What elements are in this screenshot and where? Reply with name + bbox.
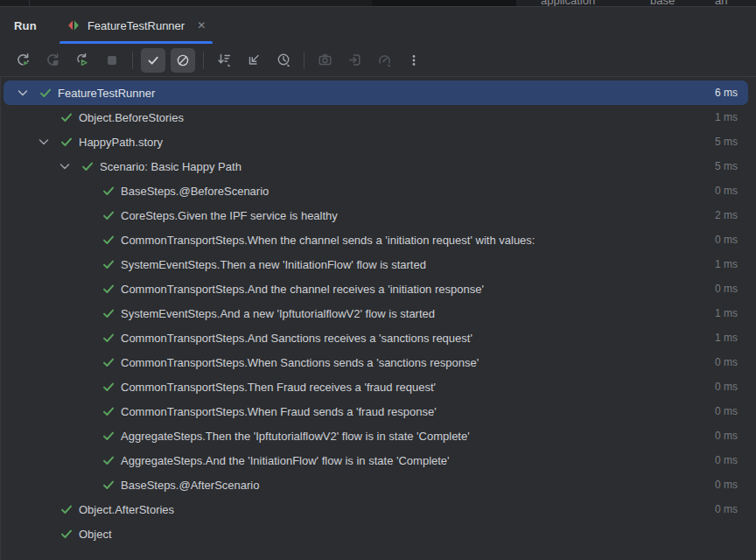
test-duration: 1 ms — [715, 111, 738, 123]
test-tree-row[interactable]: Scenario: Basic Happy Path 5 ms — [4, 154, 748, 178]
run-tool-window-header: Run FeatureTestRunner ✕ — [0, 7, 756, 44]
editor-strip-left — [0, 0, 372, 7]
chevron-placeholder — [79, 306, 93, 320]
story-test-icon — [66, 18, 80, 32]
test-tree-row[interactable]: CoreSteps.Given the IPF service is healt… — [4, 203, 748, 228]
test-passed-icon — [60, 502, 74, 516]
test-passed-icon — [60, 135, 74, 149]
breadcrumb[interactable]: an — [715, 0, 727, 7]
test-tree-row[interactable]: CommonTransportSteps.When the channel se… — [4, 228, 748, 252]
show-duration-button[interactable] — [271, 48, 296, 73]
clock-icon — [276, 52, 291, 67]
test-name: HappyPath.story — [79, 136, 163, 149]
test-tree-row[interactable]: Object.AfterStories 0 ms — [4, 497, 748, 522]
test-duration: 5 ms — [715, 136, 738, 148]
indent-spacer — [4, 313, 79, 314]
test-duration: 0 ms — [715, 356, 738, 368]
show-passed-toggle[interactable] — [141, 48, 165, 73]
import-into-editor-button — [342, 48, 367, 73]
chevron-placeholder — [37, 527, 51, 541]
test-tree-row[interactable]: BaseSteps.@AfterScenario 0 ms — [4, 472, 748, 497]
chevron-placeholder — [79, 257, 93, 271]
test-name: FeatureTestRunner — [58, 87, 155, 100]
test-name: CommonTransportSteps.When Sanctions send… — [121, 356, 479, 369]
chevron-placeholder — [79, 355, 93, 369]
indent-spacer — [4, 215, 79, 216]
chevron-down-icon[interactable] — [58, 159, 72, 173]
chevron-placeholder — [79, 404, 93, 418]
test-tree-row[interactable]: AggregateSteps.Then the 'Ipftutorialflow… — [4, 424, 748, 448]
test-name: BaseSteps.@BeforeScenario — [121, 185, 269, 198]
test-runner-toolbar — [0, 44, 756, 77]
tab-featuretestrunner[interactable]: FeatureTestRunner ✕ — [54, 7, 218, 44]
test-tree-row[interactable]: CommonTransportSteps.And Sanctions recei… — [4, 326, 748, 350]
test-tree-row[interactable]: CommonTransportSteps.And the channel rec… — [4, 276, 748, 301]
test-passed-icon — [102, 404, 116, 418]
test-passed-icon — [102, 355, 116, 369]
chevron-down-icon[interactable] — [16, 86, 30, 100]
kebab-menu-icon — [407, 53, 421, 67]
test-name: CommonTransportSteps.And the channel rec… — [121, 283, 484, 296]
indent-spacer — [4, 509, 37, 510]
test-name: CommonTransportSteps.And Sanctions recei… — [121, 332, 472, 345]
show-ignored-toggle[interactable] — [171, 48, 195, 73]
toolbar-separator — [304, 52, 304, 69]
indent-spacer — [4, 240, 79, 241]
auto-test-icon — [75, 52, 90, 67]
test-duration: 1 ms — [715, 332, 738, 344]
test-passed-icon — [102, 429, 116, 443]
test-tree-row[interactable]: CommonTransportSteps.When Fraud sends a … — [4, 399, 748, 424]
test-tree-row[interactable]: CommonTransportSteps.Then Fraud receives… — [4, 374, 748, 399]
test-tree-row[interactable]: CommonTransportSteps.When Sanctions send… — [4, 350, 748, 374]
test-tree-row[interactable]: HappyPath.story 5 ms — [4, 130, 748, 154]
close-icon[interactable]: ✕ — [197, 20, 206, 31]
indent-spacer — [4, 289, 79, 290]
test-name: CommonTransportSteps.When the channel se… — [121, 234, 535, 247]
circle-slash-icon — [176, 53, 190, 67]
test-duration: 2 ms — [715, 209, 738, 221]
test-tree-row[interactable]: FeatureTestRunner 6 ms — [4, 80, 748, 105]
test-passed-icon — [80, 159, 94, 173]
editor-bottom-strip: application base an — [0, 0, 756, 7]
test-duration: 1 ms — [715, 258, 738, 270]
indent-spacer — [4, 264, 79, 265]
more-options-button[interactable] — [402, 48, 426, 73]
test-duration: 0 ms — [715, 381, 738, 393]
arrow-bottom-left-icon — [247, 52, 262, 67]
breadcrumb[interactable]: application — [541, 0, 595, 7]
sort-options-button[interactable] — [212, 48, 236, 73]
test-name: AggregateSteps.Then the 'Ipftutorialflow… — [121, 430, 470, 443]
chevron-down-icon[interactable] — [37, 135, 51, 149]
test-passed-icon — [102, 282, 116, 296]
test-passed-icon — [102, 453, 116, 467]
test-name: SystemEventSteps.And a new 'Ipftutorialf… — [121, 307, 435, 320]
indent-spacer — [4, 534, 37, 535]
test-passed-icon — [102, 233, 116, 247]
active-tab-underline — [60, 41, 213, 44]
sort-icon — [217, 52, 232, 67]
test-name: Object — [79, 528, 112, 541]
navigate-bottom-left-button[interactable] — [242, 48, 266, 73]
test-duration: 0 ms — [715, 185, 738, 197]
test-tree-row[interactable]: AggregateSteps.And the 'InitiationFlow' … — [4, 448, 748, 472]
test-name: BaseSteps.@AfterScenario — [121, 479, 259, 492]
test-name: AggregateSteps.And the 'InitiationFlow' … — [121, 454, 450, 467]
test-tree-row[interactable]: Object.BeforeStories 1 ms — [4, 105, 748, 130]
test-duration: 0 ms — [715, 479, 738, 491]
test-passed-icon — [102, 208, 116, 222]
chevron-placeholder — [79, 233, 93, 247]
rerun-button[interactable] — [10, 48, 35, 73]
test-name: SystemEventSteps.Then a new 'InitiationF… — [121, 258, 426, 271]
test-tree-row[interactable]: Object — [4, 522, 748, 546]
toggle-auto-test-button[interactable] — [70, 48, 94, 73]
test-passed-icon — [102, 257, 116, 271]
test-tree-row[interactable]: BaseSteps.@BeforeScenario 0 ms — [4, 178, 748, 203]
breadcrumb[interactable]: base — [650, 0, 675, 7]
chevron-placeholder — [79, 453, 93, 467]
test-tree-row[interactable]: SystemEventSteps.And a new 'Ipftutorialf… — [4, 301, 748, 326]
chevron-placeholder — [79, 208, 93, 222]
chevron-placeholder — [37, 110, 51, 124]
test-tree-row[interactable]: SystemEventSteps.Then a new 'InitiationF… — [4, 252, 748, 276]
test-passed-icon — [38, 86, 52, 100]
indent-spacer — [4, 387, 79, 388]
